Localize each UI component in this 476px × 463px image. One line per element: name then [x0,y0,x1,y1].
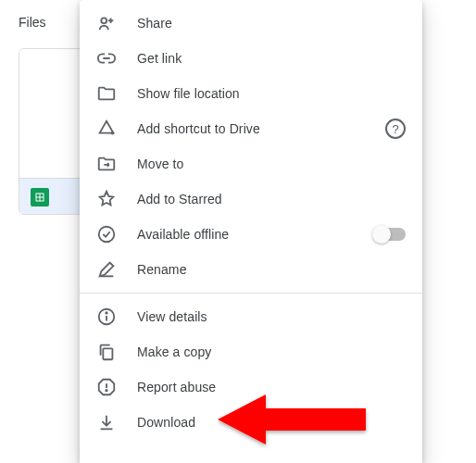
svg-rect-13 [103,348,112,359]
menu-label: Show file location [137,86,406,101]
svg-point-15 [106,390,106,391]
menu-label: Add shortcut to Drive [137,121,365,136]
menu-share[interactable]: Share [80,6,422,41]
report-icon [96,377,117,397]
share-icon [96,13,117,33]
menu-separator [80,293,422,294]
menu-show-location[interactable]: Show file location [80,76,422,111]
download-icon [96,412,117,432]
help-icon[interactable]: ? [385,119,406,139]
menu-label: Report abuse [137,380,406,394]
menu-label: View details [137,309,406,324]
menu-view-details[interactable]: View details [80,299,422,334]
rename-icon [96,259,117,280]
svg-point-12 [106,312,106,313]
move-icon [96,154,117,174]
info-icon [96,307,117,327]
copy-icon [96,342,117,362]
menu-download[interactable]: Download [80,405,422,440]
menu-label: Add to Starred [137,192,406,206]
svg-point-3 [101,18,106,23]
menu-add-starred[interactable]: Add to Starred [80,181,422,217]
menu-report-abuse[interactable]: Report abuse [80,369,422,405]
menu-label: Rename [137,262,406,277]
menu-rename[interactable]: Rename [80,252,422,287]
menu-label: Move to [137,156,406,171]
menu-label: Available offline [137,227,354,242]
menu-label: Make a copy [137,344,406,359]
star-icon [96,189,117,209]
link-icon [96,48,117,69]
menu-label: Share [137,16,406,31]
menu-label: Download [137,415,406,430]
svg-point-8 [99,227,115,243]
menu-make-copy[interactable]: Make a copy [80,334,422,369]
menu-label: Get link [137,51,406,66]
offline-check-icon [96,224,117,244]
menu-get-link[interactable]: Get link [80,41,422,76]
google-sheets-icon [31,188,49,206]
drive-shortcut-icon [96,119,117,139]
menu-add-shortcut[interactable]: Add shortcut to Drive ? [80,111,422,146]
menu-available-offline[interactable]: Available offline [80,217,422,252]
folder-icon [96,83,117,104]
menu-move-to[interactable]: Move to [80,146,422,181]
offline-toggle[interactable] [374,228,406,241]
context-menu: Share Get link Show file location Add sh… [80,0,422,463]
